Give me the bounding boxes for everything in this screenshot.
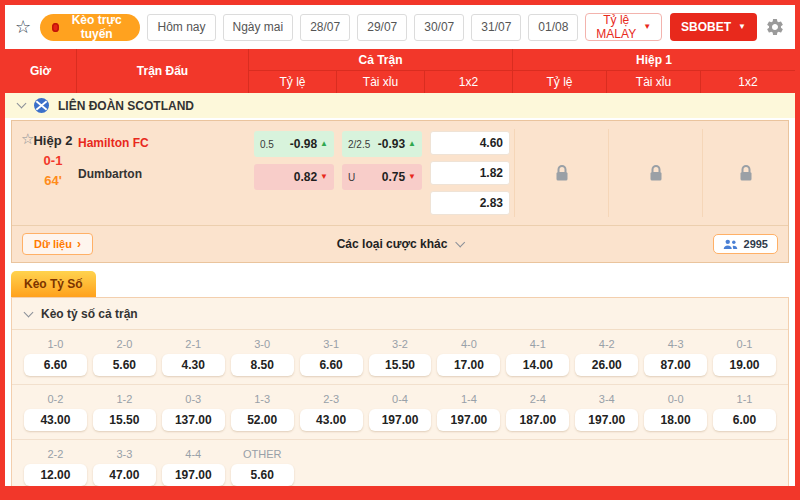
score-label: 3-1 bbox=[300, 335, 363, 354]
home-team-name: Hamilton FC bbox=[78, 136, 250, 150]
under-odd[interactable]: U 0.75 ▼ bbox=[342, 164, 422, 190]
people-icon bbox=[723, 239, 738, 250]
data-button-label: Dữ liệu bbox=[34, 238, 72, 250]
score-row-1: 1-06.60 2-05.60 2-14.30 3-08.50 3-16.60 … bbox=[12, 330, 788, 384]
score-odds-button[interactable]: 19.00 bbox=[713, 354, 776, 376]
1x2-home-odd[interactable]: 4.60 bbox=[430, 131, 510, 155]
match-period: Hiệp 2 bbox=[33, 133, 72, 148]
score-odds-button[interactable]: 197.00 bbox=[369, 409, 432, 431]
over-odd[interactable]: 2/2.5 -0.93 ▲ bbox=[342, 131, 422, 157]
score-cell: 0-4197.00 bbox=[369, 390, 432, 431]
data-button[interactable]: Dữ liệu › bbox=[22, 233, 93, 255]
other-bets-toggle[interactable]: Các loại cược khác bbox=[337, 237, 464, 251]
caret-down-icon: ▼ bbox=[643, 23, 651, 31]
score-odds-button[interactable]: 6.60 bbox=[300, 354, 363, 376]
handicap-home-value: -0.98 bbox=[290, 137, 317, 151]
score-cell: 2-4187.00 bbox=[506, 390, 569, 431]
score-odds-button[interactable]: 8.50 bbox=[231, 354, 294, 376]
score-odds-button[interactable]: 4.30 bbox=[162, 354, 225, 376]
lock-icon bbox=[648, 164, 664, 183]
score-odds-button[interactable]: 47.00 bbox=[93, 464, 156, 486]
settings-gear-icon[interactable] bbox=[765, 17, 785, 37]
app-window: ☆ Kèo trực tuyến Hôm nay Ngày mai 28/07 … bbox=[0, 0, 800, 500]
bookmaker-label: SBOBET bbox=[681, 20, 731, 34]
score-odds-button[interactable]: 12.00 bbox=[24, 464, 87, 486]
live-dot-icon bbox=[52, 23, 59, 32]
score-odds-button[interactable]: 18.00 bbox=[644, 409, 707, 431]
score-label: 1-3 bbox=[231, 390, 294, 409]
score-odds-button[interactable]: 6.60 bbox=[24, 354, 87, 376]
overunder-odds-column: 2/2.5 -0.93 ▲ U 0.75 ▼ bbox=[338, 129, 426, 217]
tab-date-29-07[interactable]: 29/07 bbox=[357, 14, 407, 41]
odds-down-arrow-icon: ▼ bbox=[320, 173, 328, 181]
1x2-away-value: 2.83 bbox=[480, 196, 503, 210]
score-odds-button[interactable]: 6.00 bbox=[713, 409, 776, 431]
score-odds-button[interactable]: 5.60 bbox=[93, 354, 156, 376]
score-label: 0-4 bbox=[369, 390, 432, 409]
score-odds-button[interactable]: 26.00 bbox=[575, 354, 638, 376]
header-h1-1x2: 1x2 bbox=[701, 71, 795, 93]
score-label: 4-1 bbox=[506, 335, 569, 354]
handicap-home-odd[interactable]: 0.5 -0.98 ▲ bbox=[254, 131, 334, 157]
other-bets-label: Các loại cược khác bbox=[337, 237, 448, 251]
score-cell: 3-4197.00 bbox=[575, 390, 638, 431]
score-label: 0-0 bbox=[644, 390, 707, 409]
header-h1-handicap: Tỷ lệ bbox=[513, 71, 607, 93]
odds-format-dropdown[interactable]: Tỷ lệ MALAY ▼ bbox=[585, 13, 662, 41]
favorites-star-icon[interactable]: ☆ bbox=[15, 18, 31, 36]
score-cell: 3-08.50 bbox=[231, 335, 294, 376]
score-odds-button[interactable]: 43.00 bbox=[300, 409, 363, 431]
score-odds-button[interactable]: 137.00 bbox=[162, 409, 225, 431]
1x2-draw-odd[interactable]: 1.82 bbox=[430, 161, 510, 185]
score-label: 4-2 bbox=[575, 335, 638, 354]
score-cell: 2-14.30 bbox=[162, 335, 225, 376]
chevron-down-icon bbox=[455, 237, 465, 247]
tab-tomorrow[interactable]: Ngày mai bbox=[223, 14, 294, 41]
arrow-right-icon: › bbox=[77, 238, 81, 250]
tab-today[interactable]: Hôm nay bbox=[147, 14, 215, 41]
over-value: -0.93 bbox=[378, 137, 405, 151]
1x2-away-odd[interactable]: 2.83 bbox=[430, 191, 510, 215]
full-time-score-toggle[interactable]: Kèo tỷ số cả trận bbox=[12, 298, 788, 330]
tab-date-28-07[interactable]: 28/07 bbox=[300, 14, 350, 41]
score-label: 1-4 bbox=[437, 390, 500, 409]
score-odds-button[interactable]: 197.00 bbox=[437, 409, 500, 431]
bookmaker-dropdown[interactable]: SBOBET ▼ bbox=[670, 13, 757, 41]
score-odds-button[interactable]: 14.00 bbox=[506, 354, 569, 376]
score-odds-button[interactable]: 43.00 bbox=[24, 409, 87, 431]
match-favorite-star-icon[interactable]: ☆ bbox=[21, 131, 34, 146]
tab-correct-score[interactable]: Kèo Tỷ Số bbox=[11, 271, 96, 297]
h1-overunder-locked bbox=[608, 129, 702, 217]
chevron-down-icon bbox=[24, 307, 34, 317]
tab-date-31-07[interactable]: 31/07 bbox=[471, 14, 521, 41]
score-odds-button[interactable]: 5.60 bbox=[231, 464, 294, 486]
score-label: 2-3 bbox=[300, 390, 363, 409]
league-flag-icon bbox=[34, 98, 49, 113]
score-cell: 4-4197.00 bbox=[162, 445, 225, 486]
1x2-odds-column: 4.60 1.82 2.83 bbox=[426, 129, 514, 217]
handicap-away-odd[interactable]: 0.82 ▼ bbox=[254, 164, 334, 190]
header-time: Giờ bbox=[5, 49, 77, 93]
score-odds-button[interactable]: 52.00 bbox=[231, 409, 294, 431]
score-odds-button[interactable]: 197.00 bbox=[162, 464, 225, 486]
score-label: 3-2 bbox=[369, 335, 432, 354]
score-cell: 1-352.00 bbox=[231, 390, 294, 431]
match-card: ☆ Hiệp 2 0-1 64' Hamilton FC Dumbarton 0… bbox=[11, 120, 789, 263]
odds-up-arrow-icon: ▲ bbox=[320, 140, 328, 148]
score-odds-button[interactable]: 15.50 bbox=[93, 409, 156, 431]
tab-date-30-07[interactable]: 30/07 bbox=[414, 14, 464, 41]
1x2-home-value: 4.60 bbox=[480, 136, 503, 150]
league-row[interactable]: LIÊN ĐOÀN SCOTLAND bbox=[5, 93, 795, 118]
score-cell: 0-018.00 bbox=[644, 390, 707, 431]
score-odds-button[interactable]: 197.00 bbox=[575, 409, 638, 431]
score-odds-button[interactable]: 17.00 bbox=[437, 354, 500, 376]
header-full-time: Cả Trận bbox=[249, 49, 513, 71]
score-odds-button[interactable]: 87.00 bbox=[644, 354, 707, 376]
score-odds-button[interactable]: 187.00 bbox=[506, 409, 569, 431]
live-odds-button[interactable]: Kèo trực tuyến bbox=[40, 14, 140, 41]
score-odds-button[interactable]: 15.50 bbox=[369, 354, 432, 376]
score-label: 4-3 bbox=[644, 335, 707, 354]
odds-down-arrow-icon: ▼ bbox=[408, 173, 416, 181]
tab-date-01-08[interactable]: 01/08 bbox=[528, 14, 578, 41]
score-label: 2-0 bbox=[93, 335, 156, 354]
